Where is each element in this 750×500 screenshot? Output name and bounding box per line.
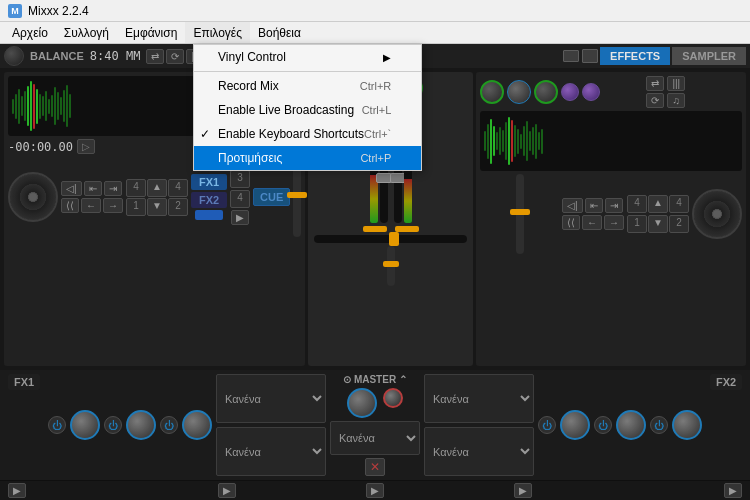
menu-item-view[interactable]: Εμφάνιση: [117, 22, 185, 43]
preferences-shortcut: Ctrl+P: [360, 152, 391, 164]
live-broadcast-label: Enable Live Broadcasting: [218, 103, 354, 117]
app-icon: M: [8, 4, 22, 18]
menu-item-help[interactable]: Βοήθεια: [250, 22, 309, 43]
keyboard-shortcut: Ctrl+`: [364, 128, 391, 140]
app-title: Mixxx 2.2.4: [28, 4, 89, 18]
dropdown-record-mix[interactable]: Record Mix Ctrl+R: [194, 74, 421, 98]
dropdown-vinyl-control[interactable]: Vinyl Control ▶: [194, 45, 421, 69]
menu-item-collection[interactable]: Συλλογή: [56, 22, 117, 43]
title-bar: M Mixxx 2.2.4: [0, 0, 750, 22]
preferences-label: Προτιμήσεις: [218, 151, 282, 165]
vinyl-arrow: ▶: [383, 52, 391, 63]
menu-item-options[interactable]: Επιλογές: [185, 22, 250, 43]
dropdown-sep-1: [194, 71, 421, 72]
keyboard-label: Enable Keyboard Shortcuts: [218, 127, 364, 141]
dropdown-preferences[interactable]: Προτιμήσεις Ctrl+P: [194, 146, 421, 170]
record-mix-shortcut: Ctrl+R: [360, 80, 391, 92]
vinyl-control-label: Vinyl Control: [218, 50, 286, 64]
record-mix-label: Record Mix: [218, 79, 279, 93]
menu-item-file[interactable]: Αρχείο: [4, 22, 56, 43]
options-dropdown-menu: Vinyl Control ▶ Record Mix Ctrl+R Enable…: [193, 44, 422, 171]
live-broadcast-shortcut: Ctrl+L: [362, 104, 392, 116]
dropdown-keyboard-shortcuts[interactable]: ✓ Enable Keyboard Shortcuts Ctrl+`: [194, 122, 421, 146]
dropdown-live-broadcast[interactable]: Enable Live Broadcasting Ctrl+L: [194, 98, 421, 122]
keyboard-checkmark: ✓: [200, 127, 210, 141]
menu-bar: Αρχείο Συλλογή Εμφάνιση Επιλογές Βοήθεια: [0, 22, 750, 44]
